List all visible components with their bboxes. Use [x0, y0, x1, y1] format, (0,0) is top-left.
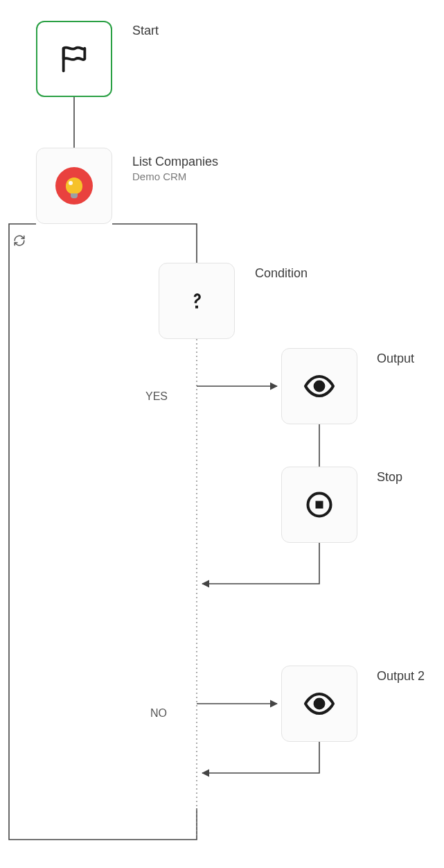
question-icon	[183, 285, 211, 317]
stop-icon	[304, 489, 335, 520]
list-companies-sublabel: Demo CRM	[132, 171, 186, 183]
eye-icon	[303, 370, 336, 403]
svg-point-3	[315, 382, 324, 391]
condition-label: Condition	[255, 266, 308, 281]
yes-branch-label: YES	[145, 390, 168, 403]
flag-icon	[58, 43, 90, 75]
output-label: Output	[377, 351, 414, 367]
eye-icon	[303, 687, 336, 720]
loop-icon	[13, 234, 26, 250]
connectors	[0, 0, 444, 868]
no-branch-label: NO	[150, 707, 167, 720]
output-node[interactable]	[281, 348, 357, 424]
lightbulb-icon	[55, 167, 93, 205]
svg-point-6	[315, 700, 324, 709]
start-label: Start	[132, 24, 159, 39]
stop-node[interactable]	[281, 467, 357, 543]
output2-label: Output 2	[377, 669, 425, 684]
stop-label: Stop	[377, 470, 402, 485]
list-companies-label: List Companies	[132, 155, 218, 170]
svg-rect-5	[316, 501, 323, 509]
condition-node[interactable]	[159, 263, 235, 339]
output2-node[interactable]	[281, 666, 357, 742]
list-companies-node[interactable]	[36, 148, 112, 224]
flow-canvas: Start List Companies Demo CRM Condition …	[0, 0, 444, 868]
start-node[interactable]	[36, 21, 112, 97]
